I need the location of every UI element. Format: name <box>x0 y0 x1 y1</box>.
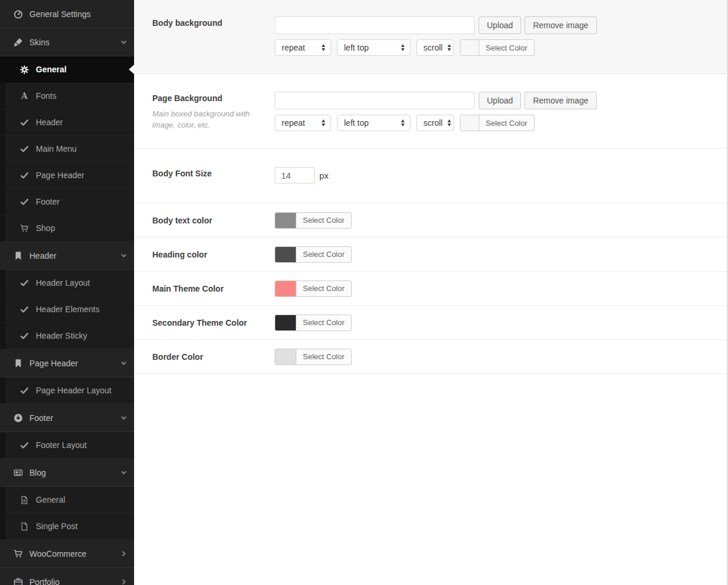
body-background-remove-image-button[interactable]: Remove image <box>525 16 596 34</box>
cart-icon <box>19 223 29 233</box>
sidebar-item-label: Header Layout <box>36 278 90 288</box>
sidebar-item-fonts[interactable]: AFonts <box>0 83 134 109</box>
setting-label: Heading color <box>152 250 275 259</box>
sidebar-item-header[interactable]: Header <box>0 109 134 136</box>
sidebar-item-footer-layout[interactable]: Footer Layout <box>0 432 134 459</box>
select-color-button: Select Color <box>479 40 534 55</box>
sidebar-item-label: Page Header <box>29 359 78 368</box>
sidebar-item-label: Shop <box>36 223 55 233</box>
secondary-theme-color-color-picker[interactable]: Select Color <box>275 315 352 331</box>
body-background-position-select[interactable]: left top <box>337 39 410 56</box>
select-value: left top <box>344 118 369 128</box>
page-background-repeat-select[interactable]: repeat <box>275 115 331 131</box>
page-background-image-input[interactable] <box>275 92 475 109</box>
page-background-color-picker[interactable]: Select Color <box>460 115 535 131</box>
sidebar-item-general-settings[interactable]: General Settings <box>0 0 134 28</box>
setting-row-secondary-theme-color: Secondary Theme ColorSelect Color <box>134 306 727 340</box>
dashboard-icon <box>13 9 23 19</box>
select-arrows-icon <box>401 119 405 126</box>
body-text-color-color-picker[interactable]: Select Color <box>275 212 352 229</box>
settings-content: Body background Upload Remove image repe… <box>134 0 728 585</box>
bookmark-icon <box>13 358 23 368</box>
sidebar-item-general[interactable]: General <box>0 56 134 83</box>
body-font-size-unit: px <box>319 171 329 180</box>
color-swatch <box>275 247 296 262</box>
select-color-button: Select Color <box>296 247 351 262</box>
sidebar-item-label: Header Elements <box>36 305 99 314</box>
sidebar-item-shop[interactable]: Shop <box>0 215 134 242</box>
check-icon <box>19 144 29 154</box>
sidebar-item-page-header[interactable]: Page Header <box>0 349 134 377</box>
sidebar-item-label: Header <box>36 118 63 127</box>
sidebar-item-label: Single Post <box>36 522 78 531</box>
heading-color-color-picker[interactable]: Select Color <box>275 246 352 263</box>
sidebar-item-skins[interactable]: Skins <box>0 28 134 56</box>
page-background-upload-button[interactable]: Upload <box>479 92 521 109</box>
sidebar-item-main-menu[interactable]: Main Menu <box>0 136 134 162</box>
select-arrows-icon <box>322 119 325 126</box>
sidebar-item-label: Fonts <box>36 91 56 101</box>
body-background-upload-button[interactable]: Upload <box>479 16 521 34</box>
check-icon <box>19 331 29 341</box>
body-background-image-input[interactable] <box>275 16 475 34</box>
select-color-button: Select Color <box>479 115 534 131</box>
sidebar-item-header-sticky[interactable]: Header Sticky <box>0 323 134 349</box>
sidebar-item-portfolio[interactable]: Portfolio <box>0 568 134 585</box>
sidebar-item-header-layout[interactable]: Header Layout <box>0 270 134 296</box>
sidebar-item-footer[interactable]: Footer <box>0 404 134 432</box>
sidebar-item-label: Footer Layout <box>36 440 86 450</box>
body-background-attachment-select[interactable]: scroll <box>416 39 454 56</box>
theme-options-page: General SettingsSkinsGeneralAFontsHeader… <box>0 0 728 585</box>
check-icon <box>19 118 29 128</box>
sidebar-item-page-header-layout[interactable]: Page Header Layout <box>0 377 134 404</box>
bookmark-icon <box>13 250 23 260</box>
body-background-repeat-select[interactable]: repeat <box>275 39 331 56</box>
sidebar-item-page-header[interactable]: Page Header <box>0 162 134 189</box>
color-swatch <box>275 281 296 296</box>
body-background-section: Body background Upload Remove image repe… <box>134 0 727 74</box>
setting-row-heading-color: Heading colorSelect Color <box>134 238 727 272</box>
border-color-color-picker[interactable]: Select Color <box>275 349 352 365</box>
chevron-down-icon <box>121 252 127 259</box>
page-background-remove-image-button[interactable]: Remove image <box>525 92 596 109</box>
chevron-right-icon <box>121 550 127 557</box>
sidebar-item-woocommerce[interactable]: WooCommerce <box>0 540 134 568</box>
sidebar-item-single-post[interactable]: Single Post <box>0 513 134 540</box>
sidebar-item-label: Page Header <box>36 171 85 180</box>
setting-label: Border Color <box>152 352 275 362</box>
sidebar-item-label: Footer <box>36 197 59 206</box>
chevron-down-icon <box>121 414 127 421</box>
font-icon: A <box>19 91 29 101</box>
chevron-down-icon <box>121 360 127 366</box>
briefcase-icon <box>13 577 23 585</box>
setting-row-border-color: Border ColorSelect Color <box>134 340 727 374</box>
select-value: scroll <box>423 118 443 128</box>
select-value: repeat <box>282 118 305 128</box>
sidebar-item-general[interactable]: General <box>0 487 134 513</box>
paintbrush-icon <box>13 37 23 47</box>
sidebar-item-header-elements[interactable]: Header Elements <box>0 296 134 323</box>
page-background-attachment-select[interactable]: scroll <box>416 115 454 131</box>
body-background-color-picker[interactable]: Select Color <box>460 39 535 56</box>
sidebar-item-label: Header Sticky <box>36 331 87 340</box>
sidebar-item-header[interactable]: Header <box>0 242 134 270</box>
settings-sidebar: General SettingsSkinsGeneralAFontsHeader… <box>0 0 134 585</box>
sidebar-item-label: Page Header Layout <box>36 386 111 395</box>
main-theme-color-color-picker[interactable]: Select Color <box>275 280 352 297</box>
setting-label: Main Theme Color <box>152 284 275 293</box>
select-color-button: Select Color <box>296 349 351 365</box>
color-settings-list: Body text colorSelect ColorHeading color… <box>134 203 727 374</box>
file-icon <box>19 522 29 531</box>
sidebar-item-label: Blog <box>29 468 46 477</box>
sidebar-item-footer[interactable]: Footer <box>0 189 134 215</box>
page-background-position-select[interactable]: left top <box>337 115 410 131</box>
arrow-circle-down-icon <box>13 413 23 423</box>
check-icon <box>19 171 29 180</box>
sidebar-item-blog[interactable]: Blog <box>0 459 134 487</box>
sidebar-item-label: General <box>36 495 65 504</box>
select-color-button: Select Color <box>296 281 351 296</box>
body-font-size-input[interactable] <box>275 167 315 183</box>
chevron-right-icon <box>121 579 127 585</box>
active-item-arrow <box>129 65 134 74</box>
select-arrows-icon <box>401 44 405 51</box>
